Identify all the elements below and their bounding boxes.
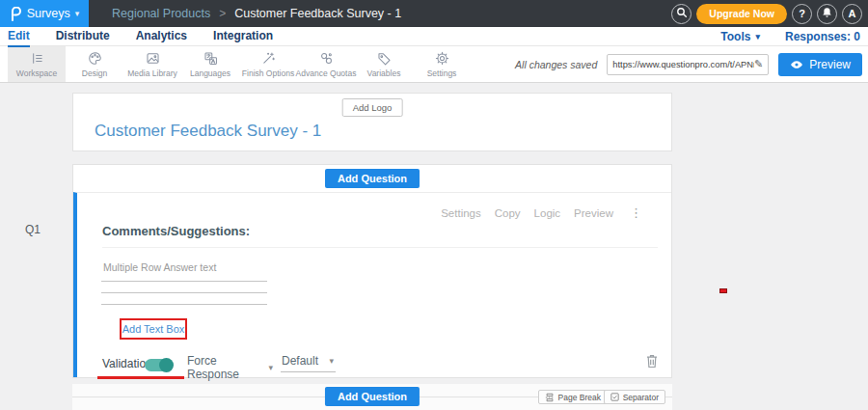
nav-tab-integration[interactable]: Integration (213, 29, 273, 43)
answer-row-line[interactable] (101, 304, 267, 305)
page-break-icon (545, 393, 555, 402)
advance-quotas-icon (318, 50, 335, 67)
toolbar-item-languages[interactable]: Languages (181, 46, 239, 82)
preview-button[interactable]: Preview (778, 53, 862, 76)
search-button[interactable] (671, 4, 692, 24)
avatar[interactable]: A (842, 4, 862, 24)
question-text[interactable]: Comments/Suggestions: (102, 224, 250, 238)
nav-tab-edit[interactable]: Edit (8, 29, 30, 43)
toolbar-item-workspace[interactable]: Workspace (8, 46, 66, 82)
add-logo-button[interactable]: Add Logo (342, 98, 403, 117)
variables-icon (376, 50, 393, 67)
save-status: All changes saved (515, 59, 597, 70)
validation-toggle[interactable] (145, 359, 172, 371)
annotation-red-dash (719, 288, 727, 293)
survey-title[interactable]: Customer Feedback Survey - 1 (95, 122, 321, 141)
toggle-knob (159, 358, 174, 372)
answer-row-line[interactable] (101, 292, 267, 293)
add-text-box-link[interactable]: Add Text Box (122, 323, 185, 335)
survey-header-card: Add Logo Customer Feedback Survey - 1 (72, 93, 672, 151)
toolbar-item-media-library[interactable]: Media Library (123, 46, 181, 82)
survey-url-box[interactable]: ✎ (607, 54, 769, 75)
toolbar-right: All changes saved ✎ Preview (515, 46, 862, 82)
add-question-strip: Add Question (73, 165, 671, 192)
separator-checkbox-icon (610, 393, 619, 401)
add-question-button-bottom[interactable]: Add Question (325, 387, 420, 406)
annotation-highlight-box: Add Text Box (120, 318, 187, 340)
bell-icon (822, 7, 832, 20)
product-name: Surveys (27, 7, 70, 20)
chevron-down-icon: ▾ (755, 32, 760, 41)
breadcrumb-current: Customer Feedback Survey - 1 (234, 7, 401, 20)
edit-url-pencil-icon[interactable]: ✎ (754, 58, 763, 70)
answer-row-line[interactable] (101, 281, 267, 282)
more-options-icon[interactable]: ⋮ (630, 205, 642, 220)
add-question-button-top[interactable]: Add Question (325, 169, 420, 188)
notifications-button[interactable] (817, 4, 837, 24)
nav-tab-distribute[interactable]: Distribute (56, 29, 110, 43)
breadcrumb-separator-icon: > (219, 7, 226, 20)
edit-toolbar: Workspace Design Media Library Languages… (0, 46, 868, 83)
nav-tab-analytics[interactable]: Analytics (136, 29, 187, 43)
question-copy-link[interactable]: Copy (495, 207, 521, 219)
question-menu: Settings Copy Logic Preview ⋮ (441, 205, 642, 220)
question-preview-link[interactable]: Preview (574, 207, 613, 219)
default-dropdown[interactable]: Default ▾ (281, 354, 336, 372)
media-library-icon (145, 50, 161, 67)
toolbar-item-finish-options[interactable]: Finish Options (239, 46, 297, 82)
answer-placeholder[interactable]: Multiple Row Answer text (103, 261, 216, 273)
question-number-label: Q1 (25, 223, 41, 236)
topbar: Surveys ▾ Regional Products > Customer F… (0, 0, 868, 27)
chevron-down-icon: ▾ (268, 363, 273, 372)
breadcrumb-parent[interactable]: Regional Products (112, 7, 210, 20)
chevron-down-icon: ▾ (329, 356, 334, 366)
between-questions-strip: Add Question Page Break Separator (72, 384, 672, 410)
question-block: Add Question Settings Copy Logic Preview… (72, 164, 672, 378)
topbar-actions: Upgrade Now ? A (671, 0, 862, 27)
toolbar-item-advance-quotas[interactable]: Advance Quotas (297, 46, 355, 82)
question-logic-link[interactable]: Logic (534, 207, 561, 219)
toolbar-item-variables[interactable]: Variables (355, 46, 413, 82)
design-icon (87, 50, 103, 67)
finish-options-icon (260, 50, 277, 67)
separator-button[interactable]: Separator (604, 390, 665, 404)
toolbar-item-design[interactable]: Design (66, 46, 123, 82)
chevron-down-icon: ▾ (75, 9, 80, 18)
question-divider (102, 247, 658, 248)
question-settings-link[interactable]: Settings (441, 207, 481, 219)
app-logo-surveys-menu[interactable]: Surveys ▾ (0, 0, 89, 27)
eye-icon (790, 60, 803, 69)
delete-question-button[interactable] (645, 353, 659, 369)
search-icon (676, 7, 688, 20)
upgrade-now-button[interactable]: Upgrade Now (696, 4, 787, 24)
settings-icon (434, 50, 450, 67)
page-break-button[interactable]: Page Break (538, 390, 608, 404)
survey-nav: Edit Distribute Analytics Integration To… (0, 27, 868, 46)
toolbar-item-settings[interactable]: Settings (413, 46, 471, 82)
survey-url-input[interactable] (612, 60, 754, 69)
questionpro-logo-icon (10, 7, 22, 21)
force-response-dropdown[interactable]: Force Response ▾ (186, 354, 275, 386)
workspace-icon (29, 50, 45, 67)
annotation-underline (97, 376, 184, 379)
tools-label: Tools (720, 30, 750, 43)
languages-icon (203, 50, 219, 67)
breadcrumb: Regional Products > Customer Feedback Su… (112, 7, 401, 20)
help-button[interactable]: ? (792, 4, 812, 24)
nav-right: Tools ▾ Responses: 0 (720, 27, 860, 45)
responses-count[interactable]: Responses: 0 (785, 30, 860, 43)
tools-menu[interactable]: Tools ▾ (720, 30, 760, 43)
trash-icon (645, 353, 659, 369)
question-card[interactable]: Settings Copy Logic Preview ⋮ Comments/S… (73, 192, 671, 377)
